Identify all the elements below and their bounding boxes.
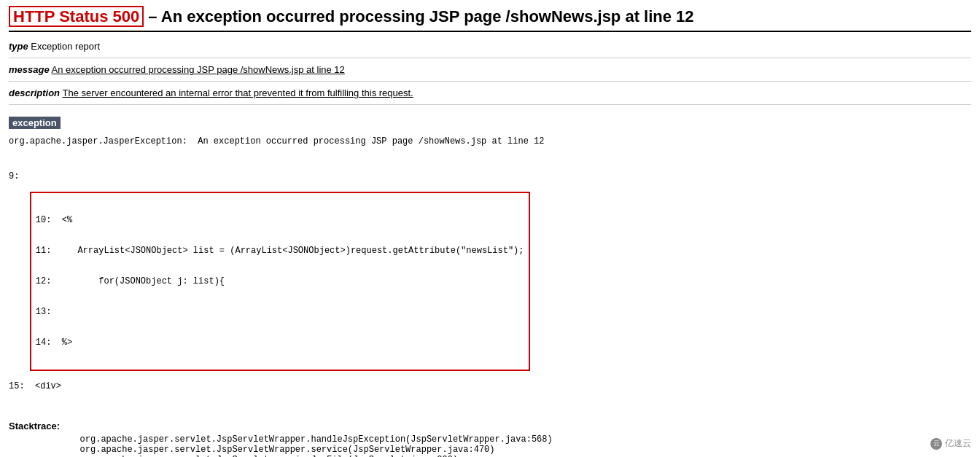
code-line-13: 13:: [36, 307, 524, 317]
title-suffix: – An exception occurred processing JSP p…: [144, 7, 693, 26]
code-line-12: 12: for(JSONObject j: list){: [36, 276, 524, 286]
status-code: HTTP Status 500: [9, 6, 144, 27]
divider-3: [9, 104, 971, 105]
code-line-10: 10: <%: [36, 215, 524, 225]
code-block: 9: 10: <% 11: ArrayList<JSONObject> list…: [9, 151, 971, 412]
watermark-text: 亿速云: [945, 437, 971, 450]
message-value: An exception occurred processing JSP pag…: [52, 64, 345, 75]
type-value: Exception report: [31, 41, 100, 52]
exception-text: org.apache.jasper.JasperException: An ex…: [9, 136, 971, 147]
code-lines-highlighted: 10: <% 11: ArrayList<JSONObject> list = …: [30, 192, 530, 371]
description-value: The server encountered an internal error…: [62, 87, 413, 98]
message-label: message: [9, 64, 50, 75]
stacktrace-lines: org.apache.jasper.servlet.JspServletWrap…: [9, 434, 971, 457]
stacktrace-section: Stacktrace: org.apache.jasper.servlet.Js…: [9, 421, 971, 457]
exception-section: exception org.apache.jasper.JasperExcept…: [9, 111, 971, 412]
description-line: description The server encountered an in…: [9, 87, 971, 98]
code-line-11: 11: ArrayList<JSONObject> list = (ArrayL…: [36, 246, 524, 256]
code-line-14: 14: %>: [36, 337, 524, 348]
watermark-icon: 云: [930, 438, 942, 450]
type-label: type: [9, 41, 28, 52]
watermark: 云 亿速云: [930, 437, 971, 450]
message-line: message An exception occurred processing…: [9, 64, 971, 75]
stacktrace-label: Stacktrace:: [9, 421, 971, 431]
code-line-9: 9:: [9, 171, 971, 181]
divider-2: [9, 81, 971, 82]
description-label: description: [9, 87, 60, 98]
code-line-15: 15: <div>: [9, 381, 971, 391]
exception-label: exception: [9, 117, 61, 129]
page-title: HTTP Status 500 – An exception occurred …: [9, 7, 971, 32]
type-line: type Exception report: [9, 41, 971, 52]
divider-1: [9, 58, 971, 58]
